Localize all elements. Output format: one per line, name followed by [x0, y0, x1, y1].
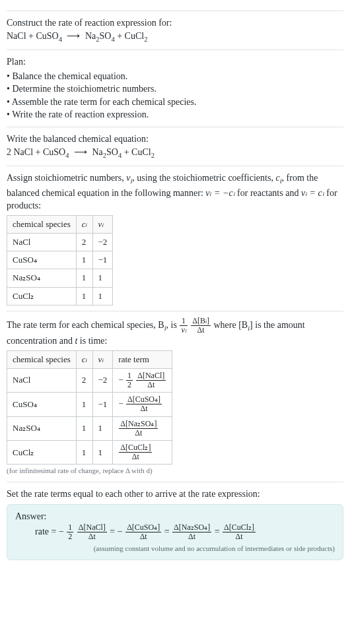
product-cucl2: CuCl2 — [131, 147, 155, 157]
unbalanced-equation: NaCl + CuSO4 ⟶ Na2SO4 + CuCl2 — [7, 30, 343, 44]
table-row: NaCl 2 −2 − 12 Δ[NaCl]Δt — [7, 368, 172, 392]
col-ci: cᵢ — [76, 350, 92, 368]
plan-item: Determine the stoichiometric numbers. — [7, 82, 343, 96]
cell-ci: 1 — [76, 441, 92, 465]
cell-species: NaCl — [7, 233, 77, 251]
cell-nui: −2 — [92, 368, 113, 392]
reactant-nacl: NaCl — [14, 147, 34, 157]
fraction-1-over-nu: 1νᵢ — [180, 317, 187, 335]
coef-2: 2 — [7, 147, 14, 157]
plus-sign: + — [33, 147, 43, 157]
balanced-equation: 2 NaCl + CuSO4 ⟶ Na2SO4 + CuCl2 — [7, 146, 343, 160]
table-header-row: chemical species cᵢ νᵢ rate term — [7, 350, 172, 368]
table-row: Na₂SO₄ 1 1 Δ[Na₂SO₄]Δt — [7, 416, 172, 440]
fraction-dBi-dt: Δ[Bᵢ]Δt — [191, 317, 211, 335]
cell-species: CuSO₄ — [7, 251, 77, 269]
cell-ci: 1 — [76, 393, 92, 416]
col-rate: rate term — [113, 350, 172, 368]
plan-item: Balance the chemical equation. — [7, 70, 343, 83]
cell-nui: 1 — [92, 287, 113, 305]
reactant-nacl: NaCl — [7, 31, 26, 41]
cell-rate: − Δ[CuSO₄]Δt — [113, 393, 172, 416]
cell-ci: 2 — [76, 233, 92, 251]
plan-item: Write the rate of reaction expression. — [7, 108, 343, 121]
reactant-cuso4: CuSO4 — [36, 31, 61, 41]
answer-box: Answer: rate = − 12 Δ[NaCl]Δt = − Δ[CuSO… — [7, 504, 343, 560]
table-header-row: chemical species cᵢ νᵢ — [7, 215, 113, 233]
cell-nui: −1 — [92, 251, 113, 269]
cell-species: CuCl₂ — [7, 287, 77, 305]
cell-ci: 1 — [76, 416, 92, 440]
table-row: CuCl₂ 1 1 Δ[CuCl₂]Δt — [7, 441, 172, 465]
rate-word: rate = — [35, 527, 59, 536]
cell-rate: Δ[Na₂SO₄]Δt — [113, 416, 172, 440]
cell-species: NaCl — [7, 368, 77, 392]
col-nui: νᵢ — [92, 350, 113, 368]
cell-rate: Δ[CuCl₂]Δt — [113, 441, 172, 465]
reactant-cuso4: CuSO4 — [43, 147, 69, 157]
col-species: chemical species — [7, 350, 77, 368]
cell-ci: 2 — [76, 368, 92, 392]
problem-statement: Construct the rate of reaction expressio… — [7, 11, 343, 44]
product-na2so4: Na2SO4 — [92, 147, 122, 157]
balanced-section: Write the balanced chemical equation: 2 … — [7, 127, 343, 160]
cell-species: Na₂SO₄ — [7, 416, 77, 440]
product-na2so4: Na2SO4 — [85, 31, 115, 41]
stoich-section: Assign stoichiometric numbers, νi, using… — [7, 166, 343, 306]
stoich-text: Assign stoichiometric numbers, νi, using… — [7, 172, 343, 212]
table-row: Na₂SO₄11 — [7, 269, 113, 287]
plus-sign: + — [115, 31, 125, 41]
stoich-table: chemical species cᵢ νᵢ NaCl2−2 CuSO₄1−1 … — [7, 215, 113, 306]
cell-ci: 1 — [76, 269, 92, 287]
rate-table: chemical species cᵢ νᵢ rate term NaCl 2 … — [7, 350, 172, 465]
cell-rate: − 12 Δ[NaCl]Δt — [113, 368, 172, 392]
cell-nui: −2 — [92, 233, 113, 251]
plus-sign: + — [26, 31, 36, 41]
cell-nui: 1 — [92, 269, 113, 287]
answer-caption: (assuming constant volume and no accumul… — [15, 544, 335, 554]
table-row: CuSO₄1−1 — [7, 251, 113, 269]
table-row: CuCl₂11 — [7, 287, 113, 305]
final-label: Set the rate terms equal to each other t… — [7, 488, 343, 501]
col-nui: νᵢ — [92, 215, 113, 233]
col-ci: cᵢ — [76, 215, 92, 233]
rate-intro-text: The rate term for each chemical species,… — [7, 317, 343, 348]
problem-title: Construct the rate of reaction expressio… — [7, 16, 343, 30]
arrow-icon: ⟶ — [67, 31, 80, 41]
cell-ci: 1 — [76, 251, 92, 269]
product-cucl2: CuCl2 — [125, 31, 148, 41]
cell-species: CuCl₂ — [7, 441, 77, 465]
balanced-label: Write the balanced chemical equation: — [7, 133, 343, 146]
cell-species: Na₂SO₄ — [7, 269, 77, 287]
plan-section: Plan: Balance the chemical equation. Det… — [7, 49, 343, 121]
cell-nui: −1 — [92, 393, 113, 416]
rate-expression: rate = − 12 Δ[NaCl]Δt = − Δ[CuSO₄]Δt = Δ… — [15, 523, 335, 541]
final-section: Set the rate terms equal to each other t… — [7, 482, 343, 560]
cell-ci: 1 — [76, 287, 92, 305]
plus-sign: + — [122, 147, 131, 157]
plan-list: Balance the chemical equation. Determine… — [7, 70, 343, 121]
cell-species: CuSO₄ — [7, 393, 77, 416]
plan-item: Assemble the rate term for each chemical… — [7, 96, 343, 109]
rate-intro-section: The rate term for each chemical species,… — [7, 311, 343, 476]
arrow-icon: ⟶ — [74, 147, 87, 157]
infinitesimal-note: (for infinitesimal rate of change, repla… — [7, 466, 343, 476]
table-row: CuSO₄ 1 −1 − Δ[CuSO₄]Δt — [7, 393, 172, 416]
answer-label: Answer: — [15, 510, 335, 523]
cell-nui: 1 — [92, 416, 113, 440]
table-row: NaCl2−2 — [7, 233, 113, 251]
col-species: chemical species — [7, 215, 77, 233]
cell-nui: 1 — [92, 441, 113, 465]
plan-label: Plan: — [7, 55, 343, 69]
